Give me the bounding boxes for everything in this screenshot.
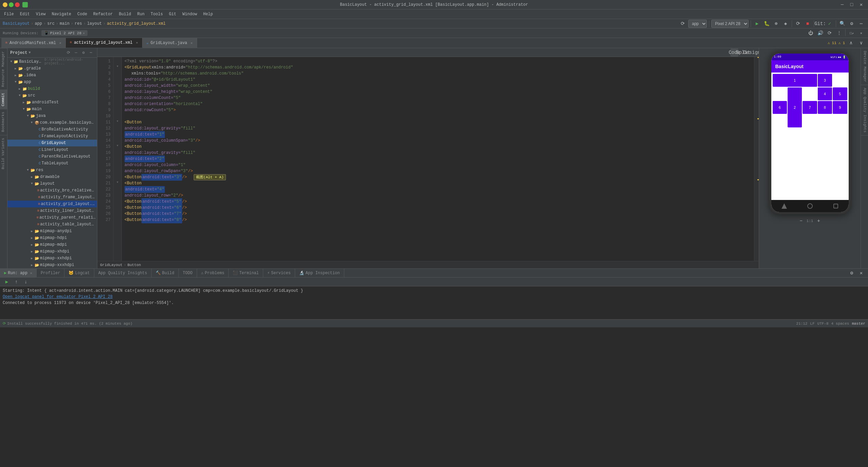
maximize-device-btn[interactable]: □↗ [848, 29, 856, 37]
menu-git[interactable]: Git [166, 11, 179, 17]
tab-grid-xml-close[interactable]: ✕ [136, 41, 138, 45]
menu-view[interactable]: View [33, 11, 49, 17]
settings-btn[interactable]: ⚙ [848, 20, 856, 28]
tree-mipmap-xxxhdpi[interactable]: ▶ 📂 mipmap-xxxhdpi [7, 262, 97, 268]
zoom-in-btn[interactable]: + [814, 217, 823, 225]
tree-bro-xml[interactable]: ▶ ≡ activity_bro_relative.xm [7, 187, 97, 194]
menu-tools[interactable]: Tools [148, 11, 166, 17]
device-rotate-btn[interactable]: ⟳ [826, 29, 834, 37]
run-scroll-up-btn[interactable]: ↑ [12, 278, 20, 286]
fold-button4[interactable]: ▼ [117, 181, 118, 184]
tree-gridlayout[interactable]: ▶ C GridLayout [7, 140, 97, 146]
maximize-btn[interactable] [9, 2, 14, 7]
project-settings-btn[interactable]: ⚙ [80, 49, 87, 56]
sidebar-tab-resource-manager[interactable]: Resource Manager [0, 48, 7, 90]
breadcrumb-file[interactable]: activity_grid_layout.xml [107, 21, 166, 26]
device-sound-btn[interactable]: 🔊 [816, 29, 824, 37]
window-maximize-btn[interactable]: □ [848, 1, 856, 9]
bottom-settings-btn[interactable]: ⚙ [848, 269, 856, 277]
menu-file[interactable]: File [1, 11, 17, 17]
bottom-tab-logcat[interactable]: 🐱 Logcat [64, 269, 94, 277]
tree-app[interactable]: ▼ 📂 app [7, 79, 97, 85]
breadcrumb-main[interactable]: main [60, 21, 70, 26]
device-dropdown[interactable]: Pixel 2 API 28 [711, 20, 749, 28]
tab-java-close[interactable]: ✕ [191, 41, 193, 45]
device-chip-close[interactable]: ✕ [83, 31, 85, 35]
fold-gridlayout[interactable]: ▼ [117, 65, 118, 68]
project-more-btn[interactable]: ⋯ [88, 49, 94, 56]
status-position[interactable]: 21:12 [796, 322, 807, 326]
bottom-tab-app-quality[interactable]: App Quality Insights [94, 269, 152, 277]
window-minimize-btn[interactable]: ─ [838, 1, 846, 9]
tree-liner-xml[interactable]: ▶ ≡ activity_liner_layout.xm [7, 207, 97, 214]
close-btn[interactable] [15, 2, 20, 7]
vcs-btn[interactable]: ⟳ [679, 20, 687, 28]
tree-parentrelative[interactable]: ▶ C ParentRelativeLayout [7, 153, 97, 160]
tree-idea[interactable]: ▶ 📂 .idea [7, 72, 97, 79]
bottom-tab-problems[interactable]: ⚠ Problems [197, 269, 229, 277]
run-tab-close[interactable]: ✕ [30, 271, 32, 275]
project-sync-btn[interactable]: ⟳ [65, 49, 72, 56]
breadcrumb-app[interactable]: app [35, 21, 42, 26]
running-device-chip[interactable]: 📱 Pixel 2 API 28 ✕ [41, 30, 88, 36]
search-btn[interactable]: 🔍 [838, 20, 846, 28]
run-config-dropdown[interactable]: app [688, 20, 707, 28]
tab-gridlayout-java[interactable]: ☕ GridLayout.java ✕ [142, 38, 197, 48]
code-content[interactable]: <?xml version="1.0" encoding="utf-8"?> <… [122, 57, 754, 261]
tree-layout[interactable]: ▼ 📂 layout [7, 180, 97, 187]
tree-linerlayout[interactable]: ▶ C LinerLayout [7, 146, 97, 153]
expand-btn[interactable]: ∨ [857, 39, 865, 47]
gutter-21[interactable]: ▼ [114, 179, 121, 185]
zoom-out-btn[interactable]: − [797, 217, 805, 225]
editor-scrollbar[interactable] [754, 57, 759, 261]
sync-btn[interactable]: ⟳ [794, 20, 802, 28]
tree-table-xml[interactable]: ▶ ≡ activity_table_layout.xm [7, 221, 97, 228]
bottom-tab-services[interactable]: ⚡ Services [263, 269, 295, 277]
menu-window[interactable]: Window [180, 11, 200, 17]
profile-btn[interactable]: ◈ [782, 20, 790, 28]
more-btn[interactable]: ⋯ [857, 20, 865, 28]
sidebar-tab-app-quality[interactable]: App Quality Insights [861, 85, 868, 136]
device-power-btn[interactable]: ⏻ [807, 29, 815, 37]
status-branch[interactable]: master [852, 322, 865, 326]
collapse-btn[interactable]: ∧ [847, 39, 855, 47]
tree-src[interactable]: ▼ 📂 src [7, 92, 97, 99]
gutter-2[interactable]: ▼ [114, 63, 121, 69]
tree-grid-xml[interactable]: ▶ ≡ activity_grid_layout.xm [7, 201, 97, 207]
run-log-line-2[interactable]: Open logcat panel for emulator Pixel 2 A… [3, 294, 865, 300]
tree-java[interactable]: ▼ 📂 java [7, 113, 97, 119]
bottom-tab-terminal[interactable]: ⬛ Terminal [229, 269, 263, 277]
fold-button2[interactable]: ▼ [117, 144, 118, 147]
minimize-btn[interactable] [3, 2, 7, 7]
bottom-close-btn[interactable]: ✕ [857, 269, 865, 277]
tree-basiclayout[interactable]: ▼ 📁 BasicLayout D:/project/android-proje… [7, 58, 97, 65]
tab-androidmanifest[interactable]: ≡ AndroidManifest.xml ✕ [1, 38, 66, 48]
bottom-tab-profiler[interactable]: Profiler [37, 269, 65, 277]
tree-mipmap-mdpi[interactable]: ▶ 📂 mipmap-mdpi [7, 241, 97, 248]
tree-tablelayout[interactable]: ▶ C TableLayout [7, 160, 97, 167]
tree-mipmap-hdpi[interactable]: ▶ 📂 mipmap-hdpi [7, 235, 97, 241]
device-more-btn[interactable]: ⋮ [835, 29, 843, 37]
git-check-btn[interactable]: ✓ [826, 20, 834, 28]
tree-mipmap-anydpi[interactable]: ▶ 📂 mipmap-anydpi [7, 228, 97, 235]
project-dropdown-icon[interactable]: ▼ [28, 51, 31, 55]
breadcrumb-gridlayout[interactable]: GridLayout [100, 263, 122, 267]
tree-framelayout[interactable]: ▶ C FrameLayoutActivity [7, 133, 97, 140]
breadcrumb-basiclayout[interactable]: BasicLayout [3, 21, 30, 26]
gutter-11[interactable]: ▼ [114, 118, 121, 124]
tree-androidtest[interactable]: ▶ 📂 androidTest [7, 99, 97, 106]
tree-mipmap-xxhdpi[interactable]: ▶ 📂 mipmap-xxhdpi [7, 255, 97, 262]
menu-code[interactable]: Code [75, 11, 90, 17]
tree-parent-xml[interactable]: ▶ ≡ activity_parent_relative. [7, 214, 97, 221]
breadcrumb-layout[interactable]: layout [87, 21, 102, 26]
tree-brorelativeactivity[interactable]: ▶ C BroRelativeActivity [7, 126, 97, 133]
bottom-tab-app-inspection[interactable]: 🔬 App Inspection [295, 269, 344, 277]
tree-drawable[interactable]: ▶ 📂 drawable [7, 174, 97, 180]
tree-build[interactable]: ▶ 📁 build [7, 85, 97, 92]
debug-btn[interactable]: 🐛 [763, 20, 771, 28]
sidebar-tab-bookmarks[interactable]: Bookmarks [0, 109, 7, 135]
tab-androidmanifest-close[interactable]: ✕ [59, 41, 61, 45]
design-mode-btn[interactable]: Design [748, 48, 756, 57]
tree-res[interactable]: ▼ 📂 res [7, 167, 97, 174]
status-indent[interactable]: 4 spaces [831, 322, 849, 326]
